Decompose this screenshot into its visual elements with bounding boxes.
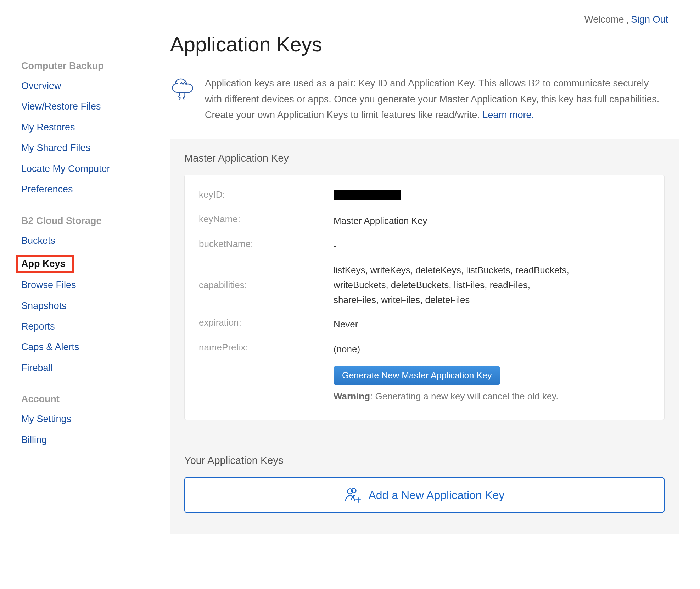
sidebar-item-app-keys[interactable]: App Keys xyxy=(16,255,74,273)
master-key-heading: Master Application Key xyxy=(184,152,665,164)
sidebar-item-my-shared[interactable]: My Shared Files xyxy=(21,141,152,154)
sidebar-heading: Account xyxy=(21,394,152,405)
master-key-panel: Master Application Key keyID: keyName: M… xyxy=(170,139,679,442)
keyid-label: keyID: xyxy=(199,189,334,200)
sidebar-item-view-restore[interactable]: View/Restore Files xyxy=(21,100,152,113)
sidebar-item-reports[interactable]: Reports xyxy=(21,320,152,333)
row-generate: Generate New Master Application Key Warn… xyxy=(199,366,650,402)
row-bucketname: bucketName: - xyxy=(199,239,650,253)
topbar: Welcome , Sign Out xyxy=(21,14,679,25)
add-application-key-button[interactable]: Add a New Application Key xyxy=(184,477,665,513)
welcome-label: Welcome xyxy=(584,14,624,25)
sidebar-item-locate[interactable]: Locate My Computer xyxy=(21,162,152,175)
keyname-label: keyName: xyxy=(199,214,334,225)
sidebar-item-overview[interactable]: Overview xyxy=(21,79,152,92)
nameprefix-label: namePrefix: xyxy=(199,342,334,353)
row-keyname: keyName: Master Application Key xyxy=(199,214,650,229)
your-keys-heading: Your Application Keys xyxy=(184,455,665,466)
intro-block: Application keys are used as a pair: Key… xyxy=(170,75,679,123)
intro-body: Application keys are used as a pair: Key… xyxy=(205,78,659,120)
sidebar-heading: B2 Cloud Storage xyxy=(21,215,152,226)
your-keys-panel: Your Application Keys Add a New Applicat… xyxy=(170,441,679,534)
warning-prefix: Warning xyxy=(334,391,370,402)
keyname-value: Master Application Key xyxy=(334,214,427,229)
sidebar-item-preferences[interactable]: Preferences xyxy=(21,183,152,196)
sidebar-item-fireball[interactable]: Fireball xyxy=(21,361,152,374)
sidebar-section-b2: B2 Cloud Storage Buckets App Keys Browse… xyxy=(21,215,152,375)
learn-more-link[interactable]: Learn more. xyxy=(482,110,534,120)
keyid-value xyxy=(334,189,401,204)
add-key-label: Add a New Application Key xyxy=(368,489,504,502)
sidebar: Computer Backup Overview View/Restore Fi… xyxy=(21,32,152,534)
sidebar-item-my-settings[interactable]: My Settings xyxy=(21,413,152,425)
sidebar-item-caps-alerts[interactable]: Caps & Alerts xyxy=(21,341,152,353)
warning-body: : Generating a new key will cancel the o… xyxy=(370,391,558,402)
generate-master-key-button[interactable]: Generate New Master Application Key xyxy=(334,366,500,385)
topbar-separator: , xyxy=(626,14,629,25)
capabilities-value: listKeys, writeKeys, deleteKeys, listBuc… xyxy=(334,263,575,307)
sidebar-item-billing[interactable]: Billing xyxy=(21,433,152,446)
sidebar-item-my-restores[interactable]: My Restores xyxy=(21,121,152,134)
sidebar-item-snapshots[interactable]: Snapshots xyxy=(21,299,152,312)
expiration-label: expiration: xyxy=(199,317,334,328)
bucketname-value: - xyxy=(334,239,337,253)
row-capabilities: capabilities: listKeys, writeKeys, delet… xyxy=(199,263,650,307)
sidebar-section-account: Account My Settings Billing xyxy=(21,394,152,446)
sidebar-item-label: App Keys xyxy=(21,258,66,269)
sign-out-link[interactable]: Sign Out xyxy=(631,14,668,25)
app-keys-icon xyxy=(170,75,195,123)
row-nameprefix: namePrefix: (none) xyxy=(199,342,650,357)
main-content: Application Keys Application keys are us… xyxy=(152,32,679,534)
master-key-card: keyID: keyName: Master Application Key b… xyxy=(184,175,665,420)
bucketname-label: bucketName: xyxy=(199,239,334,249)
add-user-icon xyxy=(344,486,362,504)
warning-text: Warning: Generating a new key will cance… xyxy=(334,391,558,402)
row-expiration: expiration: Never xyxy=(199,317,650,332)
expiration-value: Never xyxy=(334,317,358,332)
nameprefix-value: (none) xyxy=(334,342,360,357)
sidebar-item-buckets[interactable]: Buckets xyxy=(21,234,152,247)
sidebar-heading: Computer Backup xyxy=(21,61,152,72)
row-keyid: keyID: xyxy=(199,189,650,204)
redacted-block xyxy=(334,190,401,200)
sidebar-item-browse-files[interactable]: Browse Files xyxy=(21,279,152,291)
sidebar-section-backup: Computer Backup Overview View/Restore Fi… xyxy=(21,61,152,196)
capabilities-label: capabilities: xyxy=(199,280,334,291)
intro-text: Application keys are used as a pair: Key… xyxy=(205,75,665,123)
page-title: Application Keys xyxy=(170,32,679,56)
